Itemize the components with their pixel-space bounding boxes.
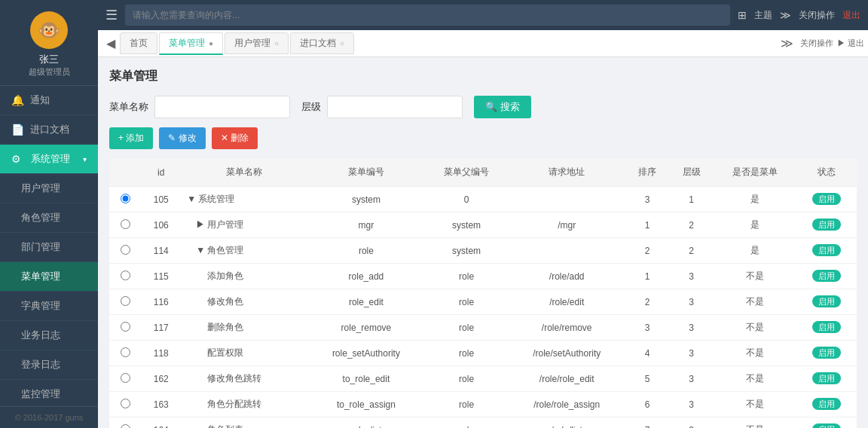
radio-cell[interactable] [109, 341, 141, 366]
tab-next-btn[interactable]: ≫ [778, 35, 796, 53]
table-row: 164 角色列表 role_list role /role/list 7 3 不… [109, 417, 857, 429]
cell-is-menu: 不是 [714, 264, 797, 289]
add-button[interactable]: + 添加 [109, 127, 153, 149]
search-level-input[interactable] [327, 96, 463, 118]
cell-code: role_edit [307, 289, 424, 315]
radio-cell[interactable] [109, 264, 141, 289]
cell-level: 3 [669, 341, 714, 366]
sidebar-item-user-mgmt[interactable]: 用户管理 [0, 174, 98, 203]
sidebar-item-import-docs[interactable]: 📄 进口文档 [0, 115, 98, 145]
col-status: 状态 [797, 158, 857, 187]
search-level-label: 层级 [301, 100, 321, 114]
tab-menu-mgmt[interactable]: 菜单管理 ● [159, 32, 223, 55]
cell-level: 3 [669, 289, 714, 315]
topbar: ☰ ⊞ 主题 ≫ 关闭操作 退出 [98, 0, 868, 30]
col-radio [109, 158, 141, 187]
radio-cell[interactable] [109, 392, 141, 417]
logout-button[interactable]: 退出 [842, 9, 860, 22]
status-badge: 启用 [812, 347, 841, 359]
sidebar-item-system-mgmt[interactable]: ⚙ 系统管理 ▾ [0, 145, 98, 174]
table-row: 116 修改角色 role_edit role /role/edit 2 3 不… [109, 289, 857, 315]
user-role: 超级管理员 [29, 66, 70, 78]
sidebar-item-label: 字典管理 [21, 299, 60, 313]
cell-parent: 0 [424, 187, 508, 212]
cell-url [509, 187, 625, 212]
menu-table: id 菜单名称 菜单编号 菜单父编号 请求地址 排序 层级 是否是菜单 状态 1… [109, 158, 857, 428]
cell-id: 162 [141, 366, 181, 392]
cell-url: /role/role_assign [509, 392, 625, 417]
tab-close-icon[interactable]: ○ [340, 39, 344, 47]
tab-user-mgmt-label: 用户管理 [234, 37, 270, 50]
delete-button[interactable]: ✕ 删除 [212, 127, 258, 149]
sidebar-item-label: 用户管理 [21, 182, 60, 195]
cell-parent: role [424, 366, 508, 392]
cell-status: 启用 [797, 238, 857, 264]
cell-id: 105 [141, 187, 181, 212]
radio-cell[interactable] [109, 315, 141, 341]
col-level: 层级 [669, 158, 714, 187]
cell-is-menu: 不是 [714, 341, 797, 366]
sidebar-item-dept-mgmt[interactable]: 部门管理 [0, 233, 98, 262]
sidebar-item-role-mgmt[interactable]: 角色管理 [0, 203, 98, 233]
cell-code: to_role_assign [307, 392, 424, 417]
radio-cell[interactable] [109, 212, 141, 238]
chevron-icon: ▾ [83, 155, 87, 164]
theme-button[interactable]: 主题 [754, 9, 772, 22]
sidebar-item-notice[interactable]: 🔔 通知 [0, 86, 98, 115]
cell-url: /role/list [509, 417, 625, 429]
sidebar-item-label: 部门管理 [21, 240, 60, 254]
grid-icon[interactable]: ⊞ [738, 9, 747, 21]
sidebar-item-monitor-mgmt[interactable]: 监控管理 [0, 380, 98, 406]
cell-name: 角色分配跳转 [181, 392, 307, 417]
sidebar-item-login-log[interactable]: 登录日志 [0, 350, 98, 380]
sidebar-item-label: 通知 [30, 93, 50, 107]
radio-cell[interactable] [109, 289, 141, 315]
tabs: 首页 菜单管理 ● 用户管理 ○ 进口文档 ○ [120, 32, 778, 55]
cell-name: 配置权限 [181, 341, 307, 366]
cell-parent: role [424, 341, 508, 366]
tab-user-mgmt[interactable]: 用户管理 ○ [225, 32, 289, 54]
close-all-tab-btn[interactable]: 关闭操作 [800, 38, 833, 49]
cell-name: 删除角色 [181, 315, 307, 341]
chevron-right-icon: ≫ [780, 9, 791, 21]
cell-level: 3 [669, 264, 714, 289]
radio-cell[interactable] [109, 187, 141, 212]
search-button[interactable]: 🔍 搜索 [474, 96, 531, 118]
search-input[interactable] [125, 5, 730, 26]
close-all-button[interactable]: 关闭操作 [799, 9, 835, 22]
cell-name: 添加角色 [181, 264, 307, 289]
user-profile: 🐵 张三 超级管理员 [0, 0, 98, 86]
table-row: 106 ▶ 用户管理 mgr system /mgr 1 2 是 启用 [109, 212, 857, 238]
menu-toggle-icon[interactable]: ☰ [105, 7, 118, 23]
tab-home[interactable]: 首页 [120, 32, 157, 54]
tab-right-actions: ≫ 关闭操作 ▶ 退出 [778, 35, 864, 53]
cell-level: 3 [669, 366, 714, 392]
edit-button[interactable]: ✎ 修改 [159, 127, 205, 149]
cell-name: ▼ 系统管理 [181, 187, 307, 212]
search-name-input[interactable] [154, 96, 290, 118]
sidebar-item-label: 监控管理 [21, 387, 60, 401]
tab-prev-btn[interactable]: ◀ [102, 35, 120, 53]
table-row: 117 删除角色 role_remove role /role/remove 3… [109, 315, 857, 341]
tab-import-docs[interactable]: 进口文档 ○ [290, 32, 354, 54]
sidebar-item-dict-mgmt[interactable]: 字典管理 [0, 292, 98, 321]
tab-close-icon[interactable]: ● [209, 39, 213, 47]
sidebar-item-label: 登录日志 [21, 358, 60, 371]
sidebar-item-biz-log[interactable]: 业务日志 [0, 321, 98, 350]
topbar-right: ⊞ 主题 ≫ 关闭操作 退出 [738, 9, 860, 22]
sidebar-menu: 🔔 通知 📄 进口文档 ⚙ 系统管理 ▾ 用户管理 角色管理 部门管理 菜单管理… [0, 86, 98, 406]
col-parent: 菜单父编号 [424, 158, 508, 187]
cell-status: 启用 [797, 212, 857, 238]
tab-close-icon[interactable]: ○ [274, 39, 279, 47]
radio-cell[interactable] [109, 238, 141, 264]
cell-order: 4 [625, 341, 670, 366]
doc-icon: 📄 [11, 124, 24, 136]
cell-parent: role [424, 289, 508, 315]
radio-cell[interactable] [109, 417, 141, 429]
sidebar-item-menu-mgmt[interactable]: 菜单管理 [0, 262, 98, 292]
cell-name: ▶ 用户管理 [181, 212, 307, 238]
action-buttons: + 添加 ✎ 修改 ✕ 删除 [109, 127, 857, 149]
logout-tab-btn[interactable]: ▶ 退出 [837, 38, 864, 49]
radio-cell[interactable] [109, 366, 141, 392]
cell-level: 2 [669, 212, 714, 238]
